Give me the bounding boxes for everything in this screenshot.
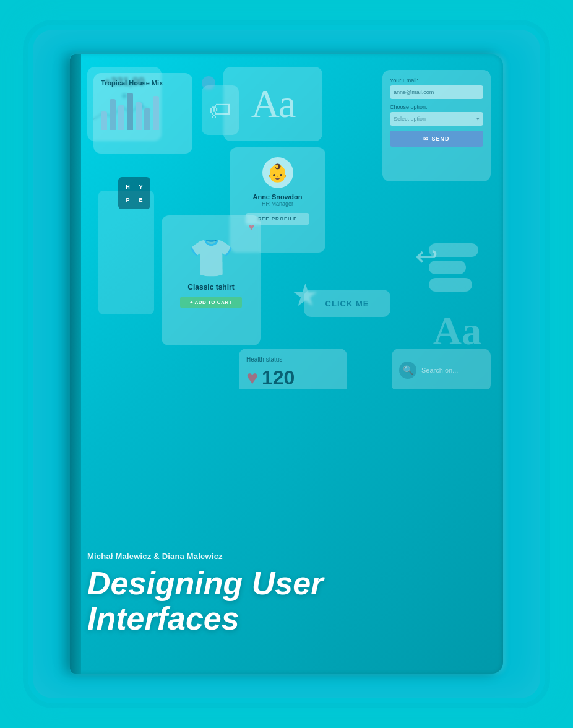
add-to-cart-button[interactable]: + ADD TO CART <box>180 297 242 308</box>
option-placeholder: Select option <box>394 116 426 122</box>
book: Tropical House Mix Aa 🏷 <box>70 54 503 674</box>
search-placeholder: Search on... <box>421 366 458 374</box>
chevron-down-icon: ▾ <box>476 116 480 122</box>
book-container: Tropical House Mix Aa 🏷 <box>33 30 540 698</box>
bar-2 <box>110 99 116 130</box>
tropical-title: Tropical House Mix <box>93 73 192 90</box>
email-input[interactable]: anne@mail.com <box>390 85 483 99</box>
hype-letter-p: P <box>122 194 134 206</box>
heart-icon: ♥ <box>249 222 255 233</box>
bar-7 <box>153 96 159 130</box>
profile-name: Anne Snowdon <box>252 193 302 201</box>
option-label: Choose option: <box>390 104 483 110</box>
health-main: ♥ 120 <box>246 366 340 389</box>
health-title: Health status <box>246 356 340 363</box>
tag-card: 🏷 <box>202 85 239 135</box>
send-icon: ✉ <box>423 136 429 142</box>
bar-1 <box>101 111 107 130</box>
tropical-house-card: Tropical House Mix <box>93 73 192 154</box>
tag-icon: 🏷 <box>209 97 231 123</box>
hype-logo: H Y P E <box>118 177 150 209</box>
click-me-label: CLICK ME <box>325 299 369 308</box>
search-card[interactable]: 🔍 Search on... <box>392 349 491 389</box>
click-me-card[interactable]: CLICK ME <box>304 290 390 317</box>
book-bottom: Michał Malewicz & Diana Malewicz Designi… <box>87 552 491 636</box>
bar-3 <box>118 105 124 130</box>
book-title-line1: Designing User <box>87 565 323 601</box>
authors: Michał Malewicz & Diana Malewicz <box>87 552 491 561</box>
product-card: ♥ 👕 Classic tshirt + ADD TO CART <box>162 215 261 345</box>
bar-5 <box>136 102 142 130</box>
hype-letter-y: Y <box>135 181 147 193</box>
book-title-line2: Interfaces <box>87 600 239 636</box>
book-spine <box>70 54 81 674</box>
toggle-pill-1 <box>429 243 478 257</box>
typography-aa: Aa <box>251 81 295 127</box>
profile-role: HR Manager <box>262 201 293 207</box>
book-title: Designing User Interfaces <box>87 566 491 636</box>
left-panel-decoration <box>98 191 154 314</box>
toggle-pill-2 <box>429 261 466 274</box>
send-label: SEND <box>431 136 449 142</box>
send-button[interactable]: ✉ SEND <box>390 131 483 147</box>
email-input-value: anne@mail.com <box>394 89 434 95</box>
bar-6 <box>144 108 150 130</box>
heart-health-icon: ♥ <box>246 366 258 389</box>
hype-letter-e: E <box>135 194 147 206</box>
product-name: Classic tshirt <box>187 283 234 292</box>
health-status-card: Health status ♥ 120 Pulse Steps <box>239 349 347 389</box>
toggle-pill-3 <box>429 278 472 292</box>
ui-area: Tropical House Mix Aa 🏷 <box>87 67 491 389</box>
hype-letter-h: H <box>122 181 134 193</box>
option-select[interactable]: Select option ▾ <box>390 112 483 126</box>
typography-aa-decoration: Aa <box>433 308 481 354</box>
bar-chart <box>93 90 192 134</box>
shirt-icon: 👕 <box>188 236 235 280</box>
bar-4 <box>127 93 133 130</box>
health-number: 120 <box>262 366 295 389</box>
email-form-card: Your Email: anne@mail.com Choose option:… <box>382 70 491 181</box>
email-label: Your Email: <box>390 77 483 84</box>
avatar-face: 👶 <box>267 163 288 183</box>
avatar: 👶 <box>262 157 293 188</box>
toggle-pills <box>429 243 491 292</box>
search-icon: 🔍 <box>399 362 416 379</box>
